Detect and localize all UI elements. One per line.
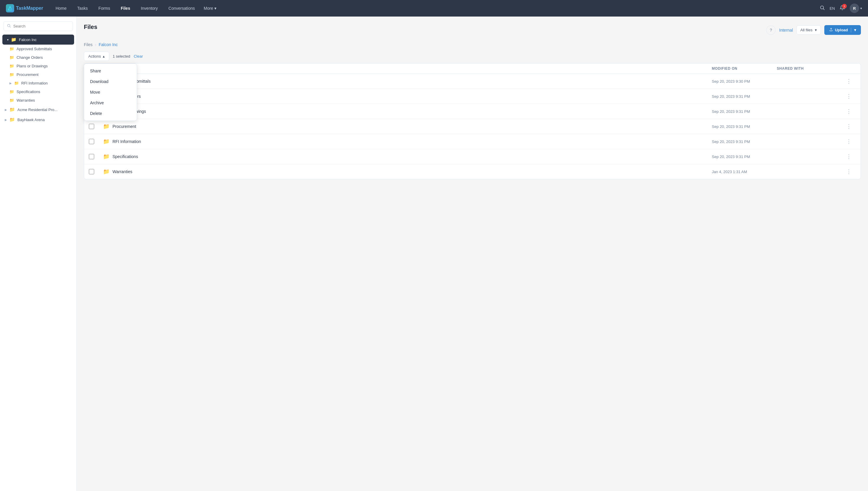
navbar: TaskMapper Home Tasks Forms Files Invent… [0, 0, 868, 17]
dropdown-delete[interactable]: Delete [84, 108, 137, 119]
filter-label: All files [800, 28, 812, 32]
sidebar-item-specifications[interactable]: 📁 Specifications [5, 87, 76, 96]
search-box[interactable] [4, 21, 73, 31]
sidebar-item-approved-submittals[interactable]: 📁 Approved Submittals [5, 45, 76, 53]
upload-button[interactable]: Upload ▾ [824, 25, 861, 35]
files-filter-button[interactable]: All files ▾ [797, 25, 821, 34]
actions-button[interactable]: Actions ▴ [84, 52, 109, 61]
table-row: 📁 RFI Information Sep 20, 2023 9:31 PM ⋮ [84, 134, 861, 149]
avatar-menu[interactable]: R ▾ [850, 4, 862, 13]
folder-icon: 📁 [9, 89, 14, 94]
sidebar-child-label: Plans or Drawings [17, 64, 48, 68]
row-more-button[interactable]: ⋮ [842, 93, 856, 99]
search-icon [7, 24, 11, 29]
row-name-label: Procurement [113, 124, 136, 129]
nav-home[interactable]: Home [54, 5, 68, 12]
chevron-up-icon: ▴ [103, 54, 105, 58]
avatar-chevron-icon: ▾ [860, 6, 862, 10]
nav-actions: EN 1 R ▾ [819, 4, 862, 13]
logo[interactable]: TaskMapper [6, 4, 43, 12]
sidebar-child-label: Warranties [17, 98, 35, 103]
notification-badge: 1 [842, 4, 847, 8]
row-checkbox[interactable] [89, 139, 94, 144]
chevron-down-icon: ▾ [815, 28, 817, 32]
dropdown-move[interactable]: Move [84, 87, 137, 97]
sidebar-item-warranties[interactable]: 📁 Warranties [5, 96, 76, 105]
chevron-down-icon: ▾ [214, 6, 216, 11]
nav-forms[interactable]: Forms [97, 5, 112, 12]
dropdown-archive[interactable]: Archive [84, 97, 137, 108]
sidebar-child-label: Procurement [17, 73, 38, 77]
nav-files[interactable]: Files [119, 5, 132, 12]
chevron-right-icon: ▶ [9, 82, 12, 85]
actions-bar: Actions ▴ 1 selected Clear Share Downloa… [84, 52, 861, 61]
avatar[interactable]: R [850, 4, 859, 13]
chevron-down-icon: ▾ [7, 38, 8, 41]
sidebar-item-rfi-info[interactable]: ▶ 📁 RFI Information [5, 79, 76, 87]
row-modified: Sep 20, 2023 9:31 PM [712, 94, 777, 99]
clear-button[interactable]: Clear [134, 54, 143, 58]
table-row: 📁 Warranties Jan 4, 2023 1:31 AM ⋮ [84, 164, 861, 179]
help-button[interactable]: ? [766, 25, 776, 35]
row-more-button[interactable]: ⋮ [842, 138, 856, 145]
row-more-button[interactable]: ⋮ [842, 153, 856, 160]
dropdown-share[interactable]: Share [84, 65, 137, 76]
row-modified: Sep 20, 2023 9:31 PM [712, 139, 777, 144]
row-modified: Sep 20, 2023 9:30 PM [712, 79, 777, 84]
folder-icon: 📁 [11, 37, 17, 42]
folder-icon: 📁 [14, 81, 19, 85]
folder-icon: 📁 [9, 98, 14, 103]
table-row: 📁 Procurement Sep 20, 2023 9:31 PM ⋮ [84, 119, 861, 134]
sidebar-item-procurement[interactable]: 📁 Procurement [5, 70, 76, 79]
sidebar-child-label: Specifications [17, 89, 40, 94]
sidebar-item-acme[interactable]: ▶ 📁 Acme Residential Pro... [0, 105, 76, 115]
row-name-label: Specifications [113, 154, 138, 159]
search-input[interactable] [13, 24, 70, 28]
actions-dropdown: Share Download Move Archive Delete [84, 63, 137, 121]
folder-icon: 📁 [103, 168, 110, 175]
top-right-actions: ? Internal All files ▾ Upload ▾ [766, 25, 861, 35]
nav-inventory[interactable]: Inventory [139, 5, 160, 12]
internal-button[interactable]: Internal [779, 28, 793, 32]
sidebar-children-falcon: 📁 Approved Submittals 📁 Change Orders 📁 … [0, 45, 76, 105]
sidebar-item-label: Falcon Inc [19, 37, 37, 42]
sidebar-item-change-orders[interactable]: 📁 Change Orders [5, 53, 76, 62]
svg-line-5 [10, 27, 11, 27]
row-checkbox[interactable] [89, 154, 94, 159]
row-more-button[interactable]: ⋮ [842, 123, 856, 130]
table-row: 📁 Approved Submittals Sep 20, 2023 9:30 … [84, 74, 861, 89]
upload-label: Upload [835, 28, 848, 32]
nav-more[interactable]: More ▾ [204, 6, 216, 11]
row-more-button[interactable]: ⋮ [842, 168, 856, 175]
logo-text: TaskMapper [16, 6, 43, 11]
page-title: Files [84, 24, 97, 30]
dropdown-download[interactable]: Download [84, 76, 137, 87]
row-checkbox[interactable] [89, 124, 94, 129]
row-modified: Sep 20, 2023 9:31 PM [712, 124, 777, 129]
row-modified: Sep 20, 2023 9:31 PM [712, 109, 777, 114]
breadcrumb-root[interactable]: Files [84, 42, 93, 47]
upload-icon [829, 27, 833, 32]
folder-icon: 📁 [9, 55, 14, 60]
notification-button[interactable]: 1 [840, 5, 845, 12]
nav-conversations[interactable]: Conversations [167, 5, 197, 12]
search-nav-button[interactable] [819, 5, 825, 12]
main-content: Files ? Internal All files ▾ Upload ▾ [77, 17, 868, 491]
svg-line-3 [823, 8, 824, 10]
language-button[interactable]: EN [830, 6, 835, 11]
folder-icon: 📁 [103, 138, 110, 145]
logo-icon [6, 4, 14, 12]
table-header: Name Modified On Shared with [84, 63, 861, 74]
row-name-label: RFI Information [113, 139, 141, 144]
sidebar-item-plans-drawings[interactable]: 📁 Plans or Drawings [5, 62, 76, 70]
folder-icon: 📁 [9, 64, 14, 68]
table-row: 📁 Specifications Sep 20, 2023 9:31 PM ⋮ [84, 149, 861, 164]
sidebar-item-falcon-inc[interactable]: ▾ 📁 Falcon Inc [2, 34, 74, 45]
breadcrumb-separator: › [95, 42, 97, 47]
row-checkbox[interactable] [89, 169, 94, 174]
row-more-button[interactable]: ⋮ [842, 108, 856, 115]
sidebar-item-bayhawk[interactable]: ▶ 📁 BayHawk Arena [0, 115, 76, 125]
nav-tasks[interactable]: Tasks [75, 5, 90, 12]
svg-point-4 [7, 24, 10, 27]
row-more-button[interactable]: ⋮ [842, 78, 856, 85]
